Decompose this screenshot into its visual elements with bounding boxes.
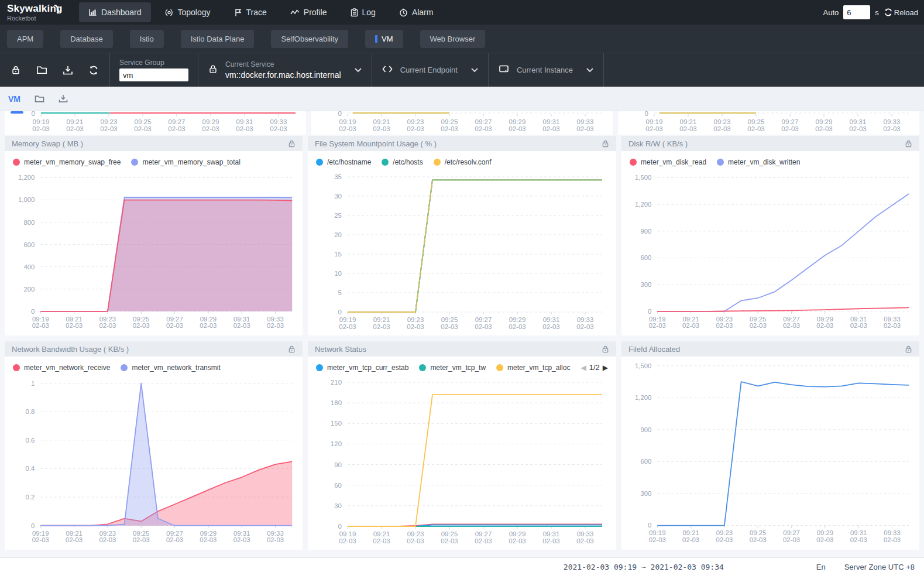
download-icon[interactable] <box>63 65 73 76</box>
subtab-vm[interactable]: VM <box>8 94 20 104</box>
folder-icon[interactable] <box>36 65 47 75</box>
legend-item[interactable]: /etc/hostname <box>316 158 371 166</box>
service-lock-icon[interactable] <box>208 64 218 77</box>
svg-text:02-03: 02-03 <box>475 125 492 132</box>
nav-item-log[interactable]: Log <box>341 2 385 22</box>
current-instance-selector[interactable]: Current Instance <box>489 53 603 87</box>
svg-text:09:25: 09:25 <box>748 118 765 125</box>
cutoff-chart: 009:1902-0309:2102-0309:2302-0309:2502-0… <box>311 111 613 135</box>
svg-text:200: 200 <box>23 286 35 293</box>
legend-dot <box>13 159 20 166</box>
svg-text:0: 0 <box>645 111 648 117</box>
svg-text:02-03: 02-03 <box>816 322 833 329</box>
current-service-selector[interactable]: Current Service vm::docker.for.mac.host.… <box>198 53 372 87</box>
nav-item-profile[interactable]: Profile <box>281 2 336 22</box>
tab-istio[interactable]: Istio <box>130 30 164 48</box>
panel-title: Memory Swap ( MB ) <box>12 139 83 148</box>
legend-label: /etc/resolv.conf <box>445 158 492 166</box>
chart-canvas[interactable]: 00.20.40.60.8109:1902-0309:2102-0309:230… <box>5 374 303 550</box>
chevron-down-icon[interactable] <box>354 67 362 73</box>
legend-page-label: 1/2 <box>589 363 600 372</box>
legend-item[interactable]: meter_vm_memory_swap_free <box>13 158 121 166</box>
tab-web-browser[interactable]: Web Browser <box>420 30 486 48</box>
nav-item-trace[interactable]: Trace <box>225 2 276 22</box>
legend-item[interactable]: meter_vm_network_transmit <box>121 364 220 372</box>
svg-text:02-03: 02-03 <box>542 125 559 132</box>
cutoff-chart-row: 009:1902-0309:2102-0309:2302-0309:2502-0… <box>5 111 919 135</box>
svg-text:09:23: 09:23 <box>99 530 116 537</box>
panel-lock-icon[interactable] <box>288 139 296 148</box>
legend-item[interactable]: meter_vm_tcp_curr_estab <box>316 364 408 372</box>
svg-text:10: 10 <box>334 270 342 277</box>
cutoff-chart-axis[interactable]: 009:1902-0309:2102-0309:2302-0309:2502-0… <box>618 111 919 135</box>
svg-text:09:27: 09:27 <box>475 530 492 537</box>
legend-item[interactable]: meter_vm_memory_swap_total <box>131 158 240 166</box>
svg-text:180: 180 <box>331 399 342 406</box>
svg-text:09:31: 09:31 <box>233 530 250 537</box>
tab-database[interactable]: Database <box>60 30 113 48</box>
legend-prev-icon[interactable]: ◀ <box>580 364 586 372</box>
chart-canvas[interactable]: 030609012015018021009:1902-0309:2102-030… <box>308 374 616 550</box>
cutoff-chart-axis[interactable]: 009:1902-0309:2102-0309:2302-0309:2502-0… <box>5 111 306 135</box>
svg-text:90: 90 <box>334 461 342 468</box>
legend-next-icon[interactable]: ▶ <box>603 364 608 372</box>
panel-lock-icon[interactable] <box>905 139 912 148</box>
svg-text:02-03: 02-03 <box>679 125 696 132</box>
nav-item-alarm[interactable]: Alarm <box>390 2 443 22</box>
legend-item[interactable]: meter_vm_disk_read <box>630 158 706 166</box>
legend-item[interactable]: /etc/resolv.conf <box>434 158 492 166</box>
legend-pager: ◀1/2▶ <box>580 363 608 372</box>
chevron-down-icon[interactable] <box>586 67 594 73</box>
legend-item[interactable]: meter_vm_tcp_alloc <box>496 364 570 372</box>
chart-panel: Network Statusmeter_vm_tcp_curr_estabmet… <box>308 341 616 550</box>
svg-text:09:23: 09:23 <box>716 316 733 323</box>
tab-label: SelfObservability <box>281 35 338 43</box>
svg-text:20: 20 <box>334 231 342 238</box>
panel-lock-icon[interactable] <box>602 139 609 148</box>
chart-canvas[interactable]: 03006009001,2001,50009:1902-0309:2102-03… <box>621 357 919 550</box>
lock-icon[interactable] <box>11 64 21 76</box>
chart-canvas[interactable]: 0510152025303509:1902-0309:2102-0309:230… <box>308 169 616 335</box>
reload-label: Reload <box>894 8 918 17</box>
nav-item-dashboard[interactable]: Dashboard <box>79 2 151 22</box>
refresh-icon[interactable] <box>88 65 99 76</box>
svg-text:09:21: 09:21 <box>67 118 84 125</box>
panel-lock-icon[interactable] <box>602 345 609 353</box>
tab-vm[interactable]: VM <box>365 30 403 48</box>
nav-item-topology[interactable]: Topology <box>156 2 220 22</box>
svg-text:09:25: 09:25 <box>441 530 458 537</box>
time-range-picker[interactable]: 2021-02-03 09:19 ~ 2021-02-03 09:34 <box>564 563 724 571</box>
legend-item[interactable]: meter_vm_disk_written <box>717 158 800 166</box>
service-group-input[interactable] <box>119 68 188 81</box>
folder-icon[interactable] <box>35 94 44 103</box>
legend-dot <box>419 364 426 371</box>
svg-text:09:29: 09:29 <box>817 529 833 536</box>
panel-lock-icon[interactable] <box>905 345 912 353</box>
panel-lock-icon[interactable] <box>288 345 296 353</box>
chart-canvas[interactable]: 03006009001,2001,50009:1902-0309:2102-03… <box>621 169 919 335</box>
download-icon[interactable] <box>59 94 68 103</box>
reload-button[interactable]: Reload <box>884 8 918 17</box>
cutoff-chart-axis[interactable]: 009:1902-0309:2102-0309:2302-0309:2502-0… <box>311 111 613 135</box>
legend-item[interactable]: meter_vm_tcp_tw <box>419 364 486 372</box>
tab-selfobservability[interactable]: SelfObservability <box>271 30 348 48</box>
svg-text:09:19: 09:19 <box>33 118 50 125</box>
reload-icon <box>884 8 893 17</box>
svg-text:02-03: 02-03 <box>649 536 666 543</box>
svg-text:1,000: 1,000 <box>18 197 35 204</box>
svg-text:02-03: 02-03 <box>32 322 49 329</box>
current-endpoint-selector[interactable]: Current Endpoint <box>372 53 488 87</box>
svg-text:600: 600 <box>640 254 651 261</box>
svg-text:09:31: 09:31 <box>850 529 867 536</box>
svg-text:02-03: 02-03 <box>682 322 699 329</box>
legend-item[interactable]: meter_vm_network_receive <box>13 364 110 372</box>
tab-istio-data-plane[interactable]: Istio Data Plane <box>181 30 255 48</box>
chevron-down-icon[interactable] <box>470 67 479 73</box>
language-toggle[interactable]: En <box>816 563 826 571</box>
svg-text:02-03: 02-03 <box>815 125 832 132</box>
tab-apm[interactable]: APM <box>7 30 43 48</box>
legend-item[interactable]: /etc/hosts <box>382 158 423 166</box>
chart-canvas[interactable]: 02004006008001,0001,20009:1902-0309:2102… <box>5 169 303 335</box>
svg-text:09:33: 09:33 <box>577 316 594 323</box>
auto-interval-input[interactable] <box>843 5 870 19</box>
